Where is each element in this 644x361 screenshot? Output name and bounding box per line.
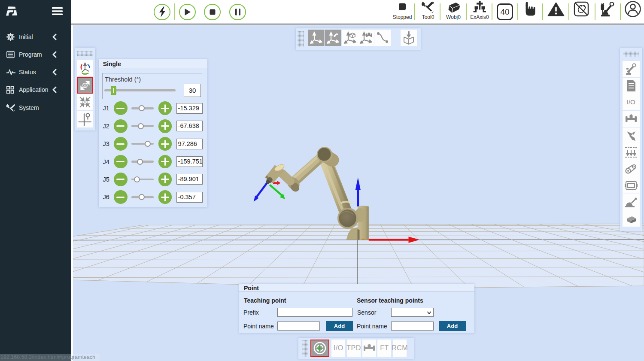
svg-text:M: M bbox=[83, 100, 86, 104]
svg-text:M: M bbox=[83, 84, 86, 88]
